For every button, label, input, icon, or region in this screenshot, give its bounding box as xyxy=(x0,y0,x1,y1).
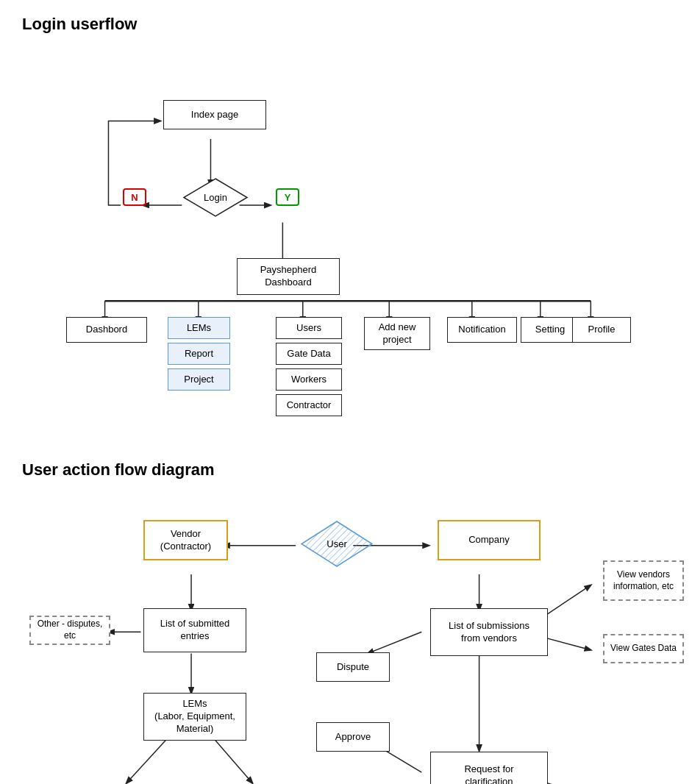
report-box: Report xyxy=(168,343,230,365)
section1-title: Login userflow xyxy=(22,15,670,34)
setting-box: Setting xyxy=(521,317,579,343)
contractor-box: Contractor xyxy=(276,394,342,416)
index-page-box: Index page xyxy=(163,100,266,129)
svg-line-19 xyxy=(126,740,166,783)
dashbord-box: Dashbord xyxy=(66,317,147,343)
no-badge: N xyxy=(123,188,146,206)
request-clarification-box: Request for clarification xyxy=(430,752,548,784)
add-new-project-box: Add new project xyxy=(364,317,430,350)
workers-box: Workers xyxy=(276,368,342,391)
login-diamond: Login xyxy=(182,177,249,218)
svg-line-20 xyxy=(215,740,252,783)
project-box: Project xyxy=(168,368,230,391)
other-disputes-box: Other - disputes, etc xyxy=(29,616,110,645)
user-diamond: User xyxy=(300,520,374,568)
list-submissions-box: List of submissions from vendors xyxy=(430,608,548,656)
profile-box: Profile xyxy=(572,317,631,343)
view-gates-box: View Gates Data xyxy=(603,634,684,663)
svg-line-24 xyxy=(368,632,421,653)
users-box: Users xyxy=(276,317,342,339)
section2-title: User action flow diagram xyxy=(22,460,670,480)
vendor-box: Vendor (Contractor) xyxy=(143,520,228,560)
list-submitted-box: List of submitted entries xyxy=(143,608,246,652)
lems-labor-box: LEMs (Labor, Equipment, Material) xyxy=(143,693,246,741)
yes-badge: Y xyxy=(276,188,299,206)
dispute-box: Dispute xyxy=(316,652,390,682)
gate-data-box: Gate Data xyxy=(276,343,342,365)
company-box: Company xyxy=(438,520,541,560)
notification-box: Notification xyxy=(447,317,517,343)
approve-box: Approve xyxy=(316,722,390,752)
dashboard-main-box: Payshepherd Dashboard xyxy=(237,258,340,295)
lems-box: LEMs xyxy=(168,317,230,339)
view-vendors-box: View vendors information, etc xyxy=(603,560,684,601)
